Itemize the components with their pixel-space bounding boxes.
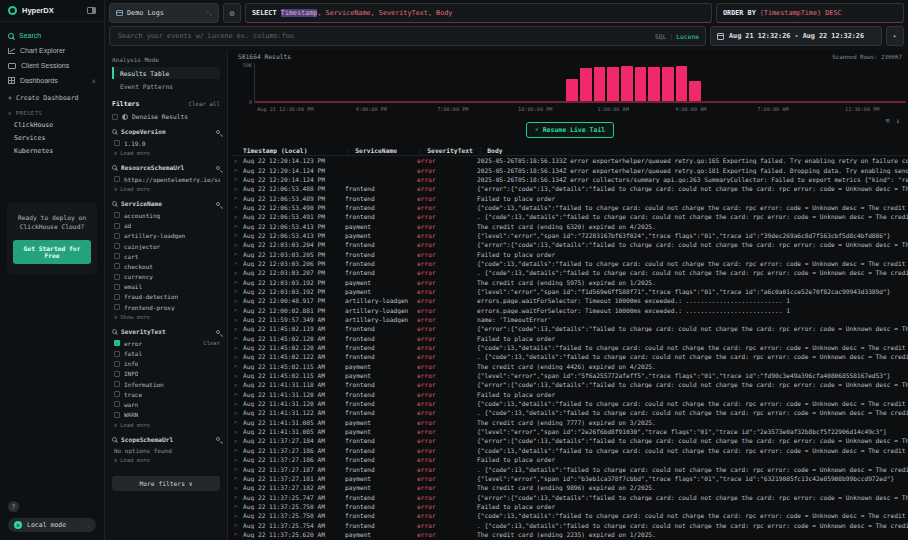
row-expand-chevron[interactable]: > xyxy=(234,522,243,528)
menu-icon[interactable]: ≡ xyxy=(886,117,890,125)
load-more-link[interactable]: ∨Load more xyxy=(112,148,220,156)
pin-icon[interactable] xyxy=(216,166,220,170)
filter-option[interactable]: cainjector xyxy=(112,241,220,251)
table-row[interactable]: >Aug 22 11:37:27.186 AMfrontenderror{"co… xyxy=(234,446,908,455)
row-expand-chevron[interactable]: > xyxy=(234,531,243,537)
table-row[interactable]: >Aug 22 12:00:48.917 PMartillery-loadgen… xyxy=(234,296,908,305)
filter-option[interactable]: ✓errorClear xyxy=(112,338,220,348)
get-started-button[interactable]: Get Started for Free xyxy=(13,240,91,264)
table-row[interactable]: >Aug 22 11:37:27.184 AMfrontenderror{"er… xyxy=(234,436,908,445)
row-expand-chevron[interactable]: > xyxy=(234,214,243,220)
load-more-link[interactable]: ∨Load more xyxy=(112,184,220,192)
table-row[interactable]: >Aug 22 11:41:31.120 AMfrontenderror{"co… xyxy=(234,399,908,408)
sidebar-item-search[interactable]: Search xyxy=(0,28,104,43)
more-filters-button[interactable]: More filters ∨ xyxy=(112,476,220,491)
table-row[interactable]: >Aug 22 11:45:02.122 AMfrontenderror. {"… xyxy=(234,352,908,361)
checkbox-icon[interactable] xyxy=(114,412,120,418)
table-row[interactable]: >Aug 22 12:06:53.490 PMfrontenderror{"co… xyxy=(234,203,908,212)
filter-option[interactable]: checkout xyxy=(112,261,220,271)
checkbox-icon[interactable] xyxy=(114,284,120,290)
filter-option[interactable]: https://opentelemetry.io/schem… xyxy=(112,174,220,184)
checkbox-icon[interactable] xyxy=(112,114,118,120)
sql-toggle[interactable]: SQL xyxy=(655,33,666,40)
table-row[interactable]: >Aug 22 11:37:25.620 AMpaymenterrorThe c… xyxy=(234,530,908,539)
denoise-results-toggle[interactable]: Denoise Results xyxy=(112,113,220,120)
analysis-mode-results-table[interactable]: Results Table xyxy=(112,67,220,79)
sidebar-preset-clickhouse[interactable]: ClickHouse xyxy=(0,118,104,131)
table-row[interactable]: >Aug 22 12:20:14.123 PMerror2025-05-26T0… xyxy=(234,156,908,165)
table-row[interactable]: >Aug 22 11:41:31.118 AMfrontenderror{"er… xyxy=(234,380,908,389)
load-more-link[interactable]: ∨Show more xyxy=(112,312,220,320)
row-expand-chevron[interactable]: > xyxy=(234,354,243,360)
table-row[interactable]: >Aug 22 11:37:27.182 AMpaymenterrorThe c… xyxy=(234,483,908,492)
table-row[interactable]: >Aug 22 11:37:27.181 AMpaymenterror{"lev… xyxy=(234,474,908,483)
table-row[interactable]: >Aug 22 11:37:27.186 AMfrontenderrorFail… xyxy=(234,455,908,464)
row-expand-chevron[interactable]: > xyxy=(234,326,243,332)
source-settings-button[interactable]: ⚙ xyxy=(223,3,241,23)
row-expand-chevron[interactable]: > xyxy=(234,260,243,266)
row-expand-chevron[interactable]: > xyxy=(234,513,243,519)
resume-live-tail-button[interactable]: ⚡ Resume Live Tail xyxy=(526,122,615,138)
row-expand-chevron[interactable]: > xyxy=(234,158,243,164)
table-row[interactable]: >Aug 22 11:45:02.120 AMfrontenderrorFail… xyxy=(234,334,908,343)
filter-option[interactable]: artillery-loadgen xyxy=(112,231,220,241)
table-row[interactable]: >Aug 22 11:37:25.747 AMfrontenderror{"er… xyxy=(234,492,908,501)
table-row[interactable]: >Aug 22 12:06:53.488 PMfrontenderror{"er… xyxy=(234,184,908,193)
row-expand-chevron[interactable]: > xyxy=(234,335,243,341)
row-expand-chevron[interactable]: > xyxy=(234,457,243,463)
row-expand-chevron[interactable]: > xyxy=(234,279,243,285)
table-row[interactable]: >Aug 22 12:00:02.881 PMartillery-loadgen… xyxy=(234,306,908,315)
row-expand-chevron[interactable]: > xyxy=(234,232,243,238)
date-range-picker[interactable]: Aug 21 12:32:26 - Aug 22 12:32:26 xyxy=(710,26,882,46)
table-row[interactable]: >Aug 22 11:37:25.750 AMfrontenderrorFail… xyxy=(234,502,908,511)
table-row[interactable]: >Aug 22 11:45:02.115 AMpaymenterror{"lev… xyxy=(234,371,908,380)
row-expand-chevron[interactable]: > xyxy=(234,494,243,500)
row-expand-chevron[interactable]: > xyxy=(234,298,243,304)
row-expand-chevron[interactable]: > xyxy=(234,419,243,425)
row-expand-chevron[interactable]: > xyxy=(234,466,243,472)
checkbox-icon[interactable] xyxy=(114,253,120,259)
column-header-timestamp-local[interactable]: Timestamp (Local) xyxy=(243,147,345,154)
checkbox-icon[interactable] xyxy=(114,140,120,146)
checkbox-icon[interactable] xyxy=(114,381,120,387)
checkbox-icon[interactable] xyxy=(114,304,120,310)
row-expand-chevron[interactable]: > xyxy=(234,363,243,369)
filter-option[interactable]: fraud-detection xyxy=(112,292,220,302)
filter-option[interactable]: email xyxy=(112,282,220,292)
filter-option[interactable]: WARN xyxy=(112,410,220,420)
table-row[interactable]: >Aug 22 12:03:03.205 PMfrontenderrorFail… xyxy=(234,249,908,258)
row-expand-chevron[interactable]: > xyxy=(234,410,243,416)
pin-icon[interactable] xyxy=(216,437,220,441)
table-row[interactable]: >Aug 22 12:03:03.192 PMpaymenterror{"lev… xyxy=(234,287,908,296)
table-row[interactable]: >Aug 22 12:06:53.413 PMpaymenterrorThe c… xyxy=(234,221,908,230)
source-select[interactable]: Demo Logs ⌃⌄ xyxy=(109,3,219,23)
results-histogram[interactable]: 50K 0 xyxy=(238,63,906,103)
row-expand-chevron[interactable]: > xyxy=(234,317,243,323)
checkbox-icon[interactable] xyxy=(114,212,120,218)
table-row[interactable]: >Aug 22 11:37:25.754 AMfrontenderror. {"… xyxy=(234,520,908,529)
column-header-severitytext[interactable]: SeverityText xyxy=(417,147,477,154)
sidebar-preset-services[interactable]: Services xyxy=(0,131,104,144)
pin-icon[interactable] xyxy=(216,330,220,334)
table-row[interactable]: >Aug 22 11:45:02.115 AMpaymenterrorThe c… xyxy=(234,362,908,371)
help-button[interactable]: ? xyxy=(8,501,19,512)
row-expand-chevron[interactable]: > xyxy=(234,186,243,192)
table-row[interactable]: >Aug 22 11:41:31.085 AMpaymenterrorThe c… xyxy=(234,418,908,427)
table-row[interactable]: >Aug 22 12:20:14.124 PMerror2025-05-26T0… xyxy=(234,165,908,174)
row-expand-chevron[interactable]: > xyxy=(234,270,243,276)
row-expand-chevron[interactable]: > xyxy=(234,251,243,257)
sidebar-preset-kubernetes[interactable]: Kubernetes xyxy=(0,144,104,157)
row-expand-chevron[interactable]: > xyxy=(234,373,243,379)
table-row[interactable]: >Aug 22 11:37:27.187 AMfrontenderror. {"… xyxy=(234,464,908,473)
table-row[interactable]: >Aug 22 12:06:53.413 PMpaymenterror{"lev… xyxy=(234,231,908,240)
filter-option[interactable]: fatal xyxy=(112,348,220,358)
table-row[interactable]: >Aug 22 11:45:02.119 AMfrontenderror{"er… xyxy=(234,324,908,333)
row-expand-chevron[interactable]: > xyxy=(234,391,243,397)
select-clause-input[interactable]: SELECT Timestamp, ServiceName, SeverityT… xyxy=(245,3,712,23)
row-expand-chevron[interactable]: > xyxy=(234,288,243,294)
checkbox-icon[interactable] xyxy=(114,176,120,182)
checkbox-icon[interactable]: ✓ xyxy=(114,340,120,346)
column-header-servicename[interactable]: ServiceName xyxy=(345,147,417,154)
filter-option[interactable]: ad xyxy=(112,221,220,231)
pin-icon[interactable] xyxy=(216,202,220,206)
